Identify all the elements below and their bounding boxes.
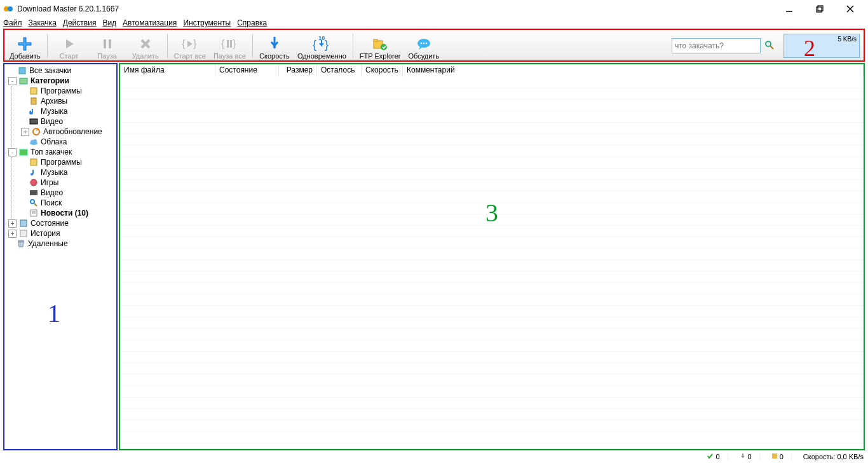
ftp-icon bbox=[372, 36, 388, 52]
start-all-button[interactable]: {} Старт все bbox=[170, 31, 210, 60]
download-icon bbox=[17, 66, 27, 76]
tree-cat-archives[interactable]: Архивы bbox=[12, 96, 116, 106]
tree-all-downloads[interactable]: Все закачки bbox=[4, 66, 116, 76]
update-icon bbox=[31, 127, 41, 137]
svg-point-37 bbox=[33, 139, 37, 143]
expand-icon[interactable]: + bbox=[8, 230, 17, 238]
status-paused: 0 bbox=[771, 453, 792, 460]
app-icon bbox=[3, 4, 13, 14]
svg-rect-48 bbox=[20, 220, 27, 226]
pause-label: Пауза bbox=[97, 52, 117, 60]
discuss-button[interactable]: Обсудить bbox=[404, 31, 443, 60]
collapse-icon[interactable]: - bbox=[8, 77, 17, 85]
menu-file[interactable]: Файл bbox=[3, 18, 22, 27]
tree-cat-music[interactable]: Музыка bbox=[12, 106, 116, 116]
tree-deleted[interactable]: Удаленные bbox=[4, 238, 116, 249]
music-icon bbox=[29, 106, 39, 116]
col-speed[interactable]: Скорость bbox=[362, 64, 403, 77]
svg-point-21 bbox=[381, 44, 387, 50]
active-icon bbox=[707, 453, 714, 460]
svg-point-43 bbox=[31, 200, 34, 204]
search-input[interactable] bbox=[672, 38, 761, 53]
svg-rect-42 bbox=[30, 190, 37, 195]
ftp-label: FTP Explorer bbox=[360, 52, 401, 60]
menu-view[interactable]: Вид bbox=[102, 18, 116, 27]
pause-all-button[interactable]: {} Пауза все bbox=[210, 31, 250, 60]
menu-download[interactable]: Закачка bbox=[29, 18, 57, 27]
svg-rect-30 bbox=[31, 88, 37, 94]
concurrent-button[interactable]: 10 {} Одновременно bbox=[294, 31, 350, 60]
col-filename[interactable]: Имя файла bbox=[120, 64, 215, 77]
menu-automation[interactable]: Автоматизация bbox=[123, 18, 177, 27]
start-button[interactable]: Старт bbox=[50, 31, 88, 60]
archive-icon bbox=[29, 96, 39, 106]
pause-button[interactable]: Пауза bbox=[88, 31, 126, 60]
pause-all-label: Пауза все bbox=[214, 52, 246, 60]
svg-point-23 bbox=[420, 43, 422, 45]
tree-cat-clouds[interactable]: Облака bbox=[12, 137, 116, 147]
ftp-button[interactable]: FTP Explorer bbox=[356, 31, 405, 60]
svg-rect-51 bbox=[772, 453, 777, 459]
menu-help[interactable]: Справка bbox=[237, 18, 267, 27]
tree-top-downloads[interactable]: - Топ закачек bbox=[4, 147, 116, 157]
programs-icon bbox=[29, 157, 39, 167]
news-icon bbox=[29, 208, 39, 218]
tree-status[interactable]: + Состояние bbox=[4, 218, 116, 228]
svg-rect-28 bbox=[19, 67, 25, 74]
svg-rect-7 bbox=[104, 39, 106, 48]
tree-top-music[interactable]: Музыка bbox=[12, 167, 116, 177]
tree-cat-autoupdate[interactable]: +Автообновление bbox=[12, 127, 116, 137]
svg-rect-33 bbox=[30, 119, 37, 124]
concurrent-icon: 10 {} bbox=[313, 36, 330, 52]
status-queued: 0 bbox=[740, 453, 760, 460]
expand-icon[interactable]: + bbox=[8, 219, 17, 228]
svg-line-27 bbox=[770, 46, 773, 49]
cloud-icon bbox=[29, 137, 39, 147]
collapse-icon[interactable]: - bbox=[8, 148, 17, 156]
sidebar: Все закачки - Категории Программы Архивы… bbox=[3, 63, 118, 450]
tree-history[interactable]: + История bbox=[4, 228, 116, 238]
tree-top-news[interactable]: Новости (10) bbox=[12, 208, 116, 218]
minimize-button[interactable] bbox=[780, 3, 799, 15]
menu-tools[interactable]: Инструменты bbox=[183, 18, 231, 27]
delete-button[interactable]: Удалить bbox=[126, 31, 165, 60]
tree-top-video[interactable]: Видео bbox=[12, 188, 116, 198]
tree-top-games[interactable]: Игры bbox=[12, 177, 116, 188]
svg-point-34 bbox=[33, 128, 39, 135]
tree-cat-video[interactable]: Видео bbox=[12, 116, 116, 127]
svg-rect-38 bbox=[20, 149, 27, 155]
queued-icon bbox=[740, 453, 746, 460]
col-remaining[interactable]: Осталось bbox=[317, 64, 362, 77]
tree-categories[interactable]: - Категории bbox=[4, 76, 116, 86]
chat-icon bbox=[416, 36, 431, 52]
add-button[interactable]: Добавить bbox=[6, 31, 44, 60]
close-button[interactable] bbox=[841, 3, 860, 15]
speed-icon bbox=[268, 36, 281, 52]
speed-button[interactable]: Скорость bbox=[255, 31, 294, 60]
svg-rect-14 bbox=[227, 40, 229, 48]
tree-cat-programs[interactable]: Программы bbox=[12, 86, 116, 96]
plus-icon bbox=[17, 36, 32, 52]
music-icon bbox=[29, 167, 39, 177]
tree-top-programs[interactable]: Программы bbox=[12, 157, 116, 167]
svg-point-24 bbox=[423, 43, 424, 45]
tree-top-search[interactable]: Поиск bbox=[12, 198, 116, 208]
svg-point-1 bbox=[8, 6, 13, 11]
expand-icon[interactable]: + bbox=[21, 128, 29, 136]
maximize-button[interactable] bbox=[810, 3, 829, 15]
status-icon bbox=[18, 218, 29, 228]
search-icon[interactable] bbox=[764, 40, 775, 52]
svg-rect-31 bbox=[31, 98, 36, 104]
svg-rect-29 bbox=[20, 78, 27, 84]
video-icon bbox=[29, 116, 39, 127]
svg-rect-50 bbox=[18, 240, 24, 242]
col-state[interactable]: Состояние bbox=[215, 64, 279, 77]
col-size[interactable]: Размер bbox=[279, 64, 317, 77]
svg-point-32 bbox=[30, 112, 32, 114]
grid-body[interactable] bbox=[120, 77, 864, 449]
svg-rect-49 bbox=[20, 230, 27, 237]
menu-actions[interactable]: Действия bbox=[63, 18, 97, 27]
svg-line-44 bbox=[34, 204, 37, 206]
col-comment[interactable]: Комментарий bbox=[403, 64, 864, 77]
svg-text:{: { bbox=[221, 38, 225, 49]
